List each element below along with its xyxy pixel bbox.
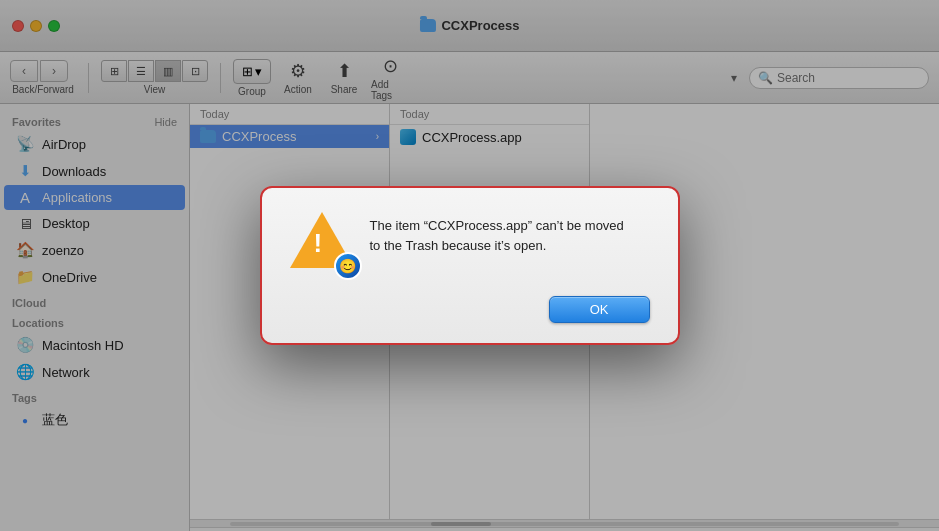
dialog-icon: 😊 — [290, 212, 354, 276]
error-dialog: 😊 The item “CCXProcess.app” can’t be mov… — [260, 186, 680, 345]
finder-face-icon: 😊 — [339, 258, 356, 274]
dialog-footer: OK — [290, 296, 650, 323]
dialog-content: 😊 The item “CCXProcess.app” can’t be mov… — [290, 212, 650, 276]
dialog-overlay: 😊 The item “CCXProcess.app” can’t be mov… — [0, 0, 939, 531]
finder-badge-icon: 😊 — [334, 252, 362, 280]
ok-button[interactable]: OK — [549, 296, 650, 323]
dialog-message: The item “CCXProcess.app” can’t be moved… — [370, 212, 624, 255]
